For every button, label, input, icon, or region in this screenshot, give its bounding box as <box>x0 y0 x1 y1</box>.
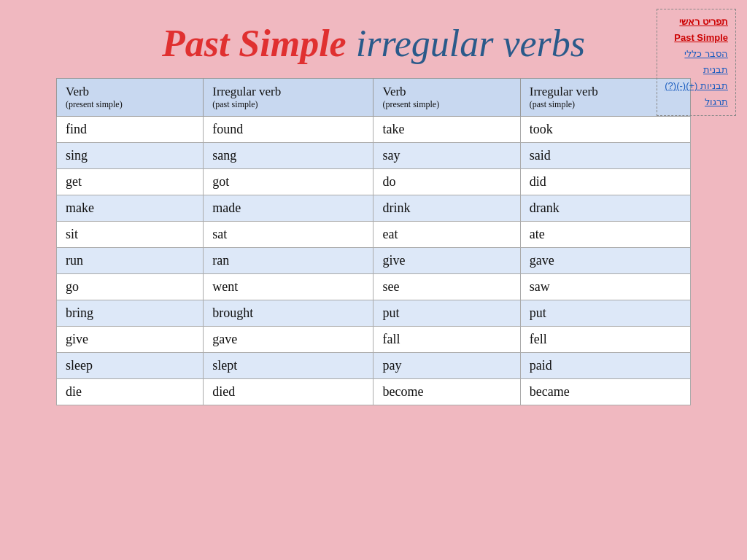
nav-box: תפריט ראשי Past Simple הסבר כללי תבנית ת… <box>657 9 736 116</box>
table-cell-3-0: make <box>57 195 204 222</box>
table-cell-4-1: sat <box>204 222 374 248</box>
table-cell-1-2: say <box>374 143 520 169</box>
table-cell-0-2: take <box>374 117 520 143</box>
title-part2: irregular verbs <box>347 23 585 64</box>
table-cell-10-3: became <box>520 379 690 405</box>
table-cell-0-3: took <box>520 117 690 143</box>
table-cell-9-2: pay <box>374 353 520 379</box>
table-cell-5-3: gave <box>520 248 690 274</box>
table-cell-2-1: got <box>204 169 374 195</box>
table-row: sitsateatate <box>57 222 691 248</box>
table-cell-6-0: go <box>57 274 204 300</box>
header-col-3: Verb (present simple) <box>374 79 520 117</box>
table-row: singsangsaysaid <box>57 143 691 169</box>
table-row: sleepsleptpaypaid <box>57 353 691 379</box>
table-cell-6-3: saw <box>520 274 690 300</box>
table-cell-9-1: slept <box>204 353 374 379</box>
table-cell-6-2: see <box>374 274 520 300</box>
table-cell-0-1: found <box>204 117 374 143</box>
table-cell-2-2: do <box>374 169 520 195</box>
table-cell-0-0: find <box>57 117 204 143</box>
table-cell-5-0: run <box>57 248 204 274</box>
table-cell-9-0: sleep <box>57 353 204 379</box>
table-cell-1-0: sing <box>57 143 204 169</box>
table-cell-8-2: fall <box>374 327 520 353</box>
verb-table: Verb (present simple) Irregular verb (pa… <box>56 78 691 405</box>
table-row: bringbroughtputput <box>57 300 691 327</box>
table-cell-9-3: paid <box>520 353 690 379</box>
table-row: getgotdodid <box>57 169 691 195</box>
table-row: givegavefallfell <box>57 327 691 353</box>
table-cell-8-0: give <box>57 327 204 353</box>
table-cell-2-0: get <box>57 169 204 195</box>
page-container: תפריט ראשי Past Simple הסבר כללי תבנית ת… <box>0 0 747 560</box>
table-row: runrangivegave <box>57 248 691 274</box>
table-cell-1-1: sang <box>204 143 374 169</box>
table-row: gowentseesaw <box>57 274 691 300</box>
table-row: makemadedrinkdrank <box>57 195 691 222</box>
table-cell-4-2: eat <box>374 222 520 248</box>
table-row: diediedbecomebecame <box>57 379 691 405</box>
table-cell-4-3: ate <box>520 222 690 248</box>
nav-item-general[interactable]: הסבר כללי <box>665 46 728 62</box>
nav-item-practice[interactable]: תרגול <box>665 94 728 110</box>
table-cell-3-1: made <box>204 195 374 222</box>
table-cell-10-2: become <box>374 379 520 405</box>
header-col-2: Irregular verb (past simple) <box>204 79 374 117</box>
table-cell-8-3: fell <box>520 327 690 353</box>
table-row: findfoundtaketook <box>57 117 691 143</box>
table-cell-3-2: drink <box>374 195 520 222</box>
title-part1: Past Simple <box>162 23 347 64</box>
table-cell-1-3: said <box>520 143 690 169</box>
table-cell-7-2: put <box>374 300 520 327</box>
table-header-row: Verb (present simple) Irregular verb (pa… <box>57 79 691 117</box>
title-area: Past Simple irregular verbs <box>22 15 725 65</box>
nav-item-template[interactable]: תבנית <box>665 62 728 78</box>
header-col-1: Verb (present simple) <box>57 79 204 117</box>
table-cell-5-2: give <box>374 248 520 274</box>
table-cell-7-1: brought <box>204 300 374 327</box>
table-cell-4-0: sit <box>57 222 204 248</box>
nav-item-main[interactable]: תפריט ראשי <box>665 14 728 30</box>
table-cell-6-1: went <box>204 274 374 300</box>
table-cell-8-1: gave <box>204 327 374 353</box>
table-cell-10-1: died <box>204 379 374 405</box>
table-cell-7-3: put <box>520 300 690 327</box>
nav-item-past-simple[interactable]: Past Simple <box>665 30 728 46</box>
nav-item-patterns[interactable]: תבניות (+)(-)(?)‎ <box>665 78 728 94</box>
table-cell-2-3: did <box>520 169 690 195</box>
table-cell-5-1: ran <box>204 248 374 274</box>
table-cell-3-3: drank <box>520 195 690 222</box>
table-cell-10-0: die <box>57 379 204 405</box>
table-cell-7-0: bring <box>57 300 204 327</box>
